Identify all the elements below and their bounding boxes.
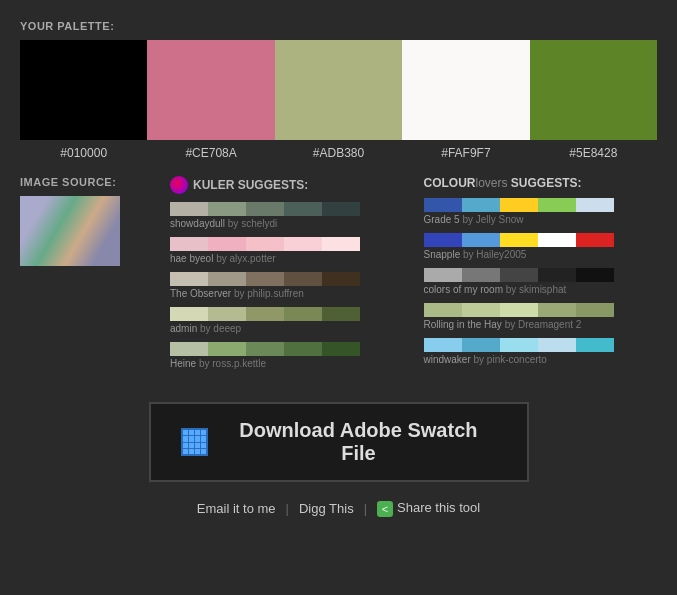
swatch-4[interactable] <box>402 40 529 140</box>
palette-hex-labels: #010000 #CE708A #ADB380 #FAF9F7 #5E8428 <box>20 140 657 166</box>
kuler-swatch-bar-1 <box>170 202 360 216</box>
kuler-palette-5: Heine by ross.p.kettle <box>170 342 404 369</box>
cl-swatch-bar-1 <box>424 198 614 212</box>
hex-5: #5E8428 <box>530 140 657 166</box>
cl-swatch-bar-5 <box>424 338 614 352</box>
kuler-label-1: showdaydull by schelydi <box>170 218 404 229</box>
suggests-columns: KULER SUGGESTS: showdaydull by schelydi <box>160 176 657 377</box>
kuler-label-5: Heine by ross.p.kettle <box>170 358 404 369</box>
swatch-5[interactable] <box>530 40 657 140</box>
palette-section: YOUR PALETTE: #010000 #CE708A #ADB380 #F… <box>20 20 657 166</box>
kuler-palette-1: showdaydull by schelydi <box>170 202 404 229</box>
adobe-icon <box>181 428 209 456</box>
colourlovers-column: COLOURlovers SUGGESTS: Grade 5 by Jelly … <box>414 176 658 377</box>
kuler-palette-2: hae byeol by alyx.potter <box>170 237 404 264</box>
palette-label: YOUR PALETTE: <box>20 20 657 32</box>
cl-palette-2: Snapple by Hailey2005 <box>424 233 658 260</box>
kuler-swatch-bar-4 <box>170 307 360 321</box>
colourlovers-header: COLOURlovers SUGGESTS: <box>424 176 658 190</box>
swatch-2[interactable] <box>147 40 274 140</box>
kuler-column: KULER SUGGESTS: showdaydull by schelydi <box>160 176 404 377</box>
kuler-swatch-bar-3 <box>170 272 360 286</box>
hex-3: #ADB380 <box>275 140 402 166</box>
share-icon <box>377 501 393 517</box>
swatch-3[interactable] <box>275 40 402 140</box>
download-button[interactable]: Download Adobe Swatch File <box>149 402 529 482</box>
download-button-label: Download Adobe Swatch File <box>220 419 496 465</box>
kuler-header: KULER SUGGESTS: <box>170 176 404 194</box>
bottom-row: IMAGE SOURCE: KULER SUGGESTS: showda <box>20 176 657 377</box>
cl-palette-4: Rolling in the Hay by Dreamagent 2 <box>424 303 658 330</box>
kuler-title: KULER SUGGESTS: <box>193 178 308 192</box>
kuler-label-4: admin by deeep <box>170 323 404 334</box>
hex-2: #CE708A <box>147 140 274 166</box>
cl-label-5: windwaker by pink-concerto <box>424 354 658 365</box>
cl-swatch-bar-4 <box>424 303 614 317</box>
share-link-label: Share this tool <box>397 500 480 515</box>
cl-palette-3: colors of my room by skimisphat <box>424 268 658 295</box>
kuler-icon <box>170 176 188 194</box>
cl-swatch-bar-2 <box>424 233 614 247</box>
kuler-label-3: The Observer by philip.suffren <box>170 288 404 299</box>
footer-links: Email it to me | Digg This | Share this … <box>20 500 657 517</box>
image-thumbnail[interactable] <box>20 196 120 266</box>
separator-1: | <box>286 501 289 516</box>
colourlovers-title: COLOURlovers SUGGESTS: <box>424 176 582 190</box>
cl-label-3: colors of my room by skimisphat <box>424 284 658 295</box>
cl-palette-5: windwaker by pink-concerto <box>424 338 658 365</box>
cl-label-2: Snapple by Hailey2005 <box>424 249 658 260</box>
kuler-palette-3: The Observer by philip.suffren <box>170 272 404 299</box>
digg-link[interactable]: Digg This <box>299 501 354 516</box>
email-link[interactable]: Email it to me <box>197 501 276 516</box>
hex-4: #FAF9F7 <box>402 140 529 166</box>
cl-palette-1: Grade 5 by Jelly Snow <box>424 198 658 225</box>
cl-swatch-bar-3 <box>424 268 614 282</box>
swatch-1[interactable] <box>20 40 147 140</box>
kuler-swatch-bar-2 <box>170 237 360 251</box>
share-link[interactable]: Share this tool <box>377 500 480 517</box>
kuler-swatch-bar-5 <box>170 342 360 356</box>
kuler-label-2: hae byeol by alyx.potter <box>170 253 404 264</box>
cl-label-1: Grade 5 by Jelly Snow <box>424 214 658 225</box>
thumbnail-image <box>20 196 120 266</box>
hex-1: #010000 <box>20 140 147 166</box>
kuler-palette-4: admin by deeep <box>170 307 404 334</box>
palette-swatches <box>20 40 657 140</box>
image-source-label: IMAGE SOURCE: <box>20 176 160 188</box>
separator-2: | <box>364 501 367 516</box>
cl-label-4: Rolling in the Hay by Dreamagent 2 <box>424 319 658 330</box>
download-section: Download Adobe Swatch File <box>20 402 657 482</box>
image-source-column: IMAGE SOURCE: <box>20 176 160 377</box>
